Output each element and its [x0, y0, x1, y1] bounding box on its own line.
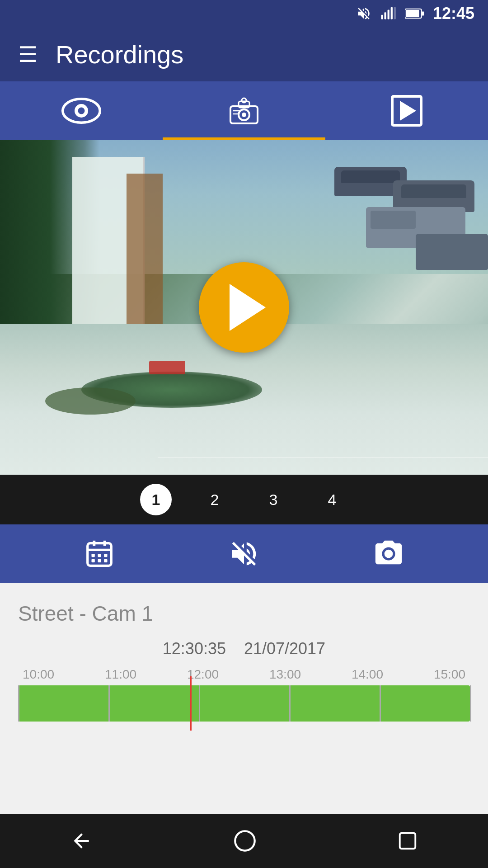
calendar-button[interactable] [84, 538, 115, 570]
tick-3 [289, 685, 291, 722]
tick-2 [199, 685, 200, 722]
svg-point-28 [235, 831, 254, 850]
page-indicator-2[interactable]: 2 [199, 484, 230, 515]
page-indicators: 1 2 3 4 [0, 475, 488, 524]
back-button[interactable] [61, 821, 102, 861]
page-indicator-1[interactable]: 1 [140, 484, 172, 515]
status-icons: 12:45 [356, 4, 474, 23]
svg-rect-7 [422, 12, 424, 16]
play-button[interactable] [199, 262, 289, 353]
calendar-icon [84, 538, 115, 570]
time-labels: 10:00 11:00 12:00 13:00 14:00 15:00 [18, 667, 470, 682]
tick-0 [18, 685, 19, 722]
time-label-5: 15:00 [434, 667, 465, 682]
time-label-0: 10:00 [23, 667, 54, 682]
tab-live[interactable] [0, 81, 163, 140]
bottom-controls [0, 524, 488, 583]
svg-rect-6 [406, 10, 419, 17]
time-label-1: 11:00 [105, 667, 136, 682]
app-bar: ☰ Recordings [0, 27, 488, 81]
recents-icon [397, 830, 418, 851]
svg-point-10 [78, 108, 85, 114]
page-title: Recordings [56, 40, 183, 69]
nav-bar [0, 814, 488, 868]
mute-icon [356, 6, 371, 21]
recorder-svg [226, 95, 262, 127]
tab-bar [0, 81, 488, 140]
svg-rect-27 [104, 559, 107, 562]
snapshot-button[interactable] [373, 538, 404, 570]
recorded-segment [18, 685, 470, 722]
svg-rect-26 [98, 559, 101, 562]
page-indicator-4[interactable]: 4 [316, 484, 348, 515]
timestamp-row: 12:30:35 21/07/2017 [18, 639, 470, 658]
timeline-track[interactable] [18, 685, 470, 722]
status-bar: 12:45 [0, 0, 488, 27]
svg-point-13 [242, 113, 246, 117]
speaker-muted-icon [228, 538, 260, 570]
eye-icon [61, 97, 102, 124]
page-indicator-3[interactable]: 3 [258, 484, 289, 515]
current-date: 21/07/2017 [244, 639, 325, 658]
svg-rect-0 [381, 15, 383, 19]
signal-icon [380, 6, 397, 21]
home-icon [233, 829, 257, 853]
svg-rect-1 [384, 12, 386, 19]
play-triangle-icon [230, 284, 266, 331]
battery-icon [405, 7, 425, 20]
svg-rect-4 [394, 7, 396, 19]
recents-button[interactable] [388, 821, 427, 860]
svg-rect-25 [92, 559, 95, 562]
tab-recorder[interactable] [163, 81, 325, 140]
status-time: 12:45 [433, 4, 474, 23]
recorder-icon [226, 95, 262, 127]
playback-icon [391, 95, 422, 127]
svg-rect-29 [399, 833, 415, 849]
svg-point-15 [242, 98, 246, 103]
current-time: 12:30:35 [163, 639, 226, 658]
tick-1 [108, 685, 110, 722]
svg-rect-22 [92, 554, 95, 557]
time-label-3: 13:00 [269, 667, 301, 682]
tab-playback[interactable] [325, 81, 488, 140]
home-button[interactable] [224, 820, 266, 862]
playhead [190, 676, 192, 731]
camera-name: Street - Cam 1 [18, 601, 470, 626]
time-label-4: 14:00 [352, 667, 383, 682]
video-player[interactable] [0, 140, 488, 475]
time-label-2: 12:00 [187, 667, 219, 682]
svg-rect-3 [391, 7, 393, 19]
tick-5 [470, 685, 471, 722]
svg-rect-23 [98, 554, 101, 557]
snapshot-icon [373, 538, 404, 570]
tick-4 [380, 685, 381, 722]
svg-rect-24 [104, 554, 107, 557]
svg-rect-2 [388, 10, 389, 19]
mute-button[interactable] [228, 538, 260, 570]
back-icon [70, 830, 93, 852]
hamburger-menu[interactable]: ☰ [18, 42, 38, 67]
timeline-section: Street - Cam 1 12:30:35 21/07/2017 10:00… [0, 583, 488, 731]
